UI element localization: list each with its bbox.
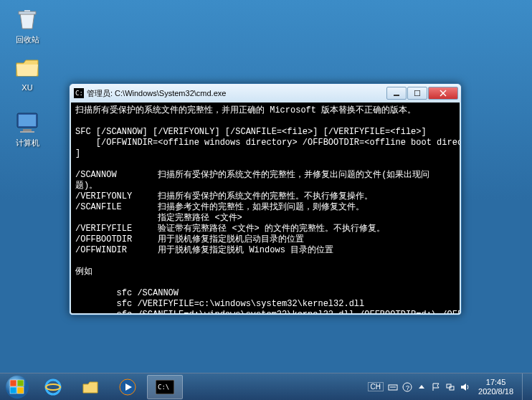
clock-date: 2020/8/18 — [478, 387, 513, 396]
svg-rect-12 — [17, 380, 24, 386]
svg-rect-13 — [10, 387, 16, 394]
svg-rect-6 — [394, 95, 399, 96]
desktop-icon-computer[interactable]: 计算机 — [6, 108, 49, 148]
cmd-window: C: 管理员: C:\Windows\System32\cmd.exe 扫描所有… — [69, 83, 462, 315]
clock-time: 17:45 — [478, 378, 513, 387]
maximize-icon — [414, 90, 420, 96]
folder-icon — [81, 378, 100, 396]
desktop-icon-recycle-bin[interactable]: 回收站 — [6, 4, 49, 45]
svg-rect-3 — [20, 131, 34, 133]
cmd-icon: C:\ — [156, 380, 174, 394]
desktop-icon-label: 计算机 — [6, 138, 49, 148]
svg-rect-2 — [23, 129, 32, 131]
window-title: 管理员: C:\Windows\System32\cmd.exe — [87, 88, 386, 99]
tray-chevron-icon[interactable] — [417, 382, 427, 392]
titlebar[interactable]: C: 管理员: C:\Windows\System32\cmd.exe — [70, 84, 461, 103]
minimize-icon — [394, 90, 399, 96]
speaker-icon[interactable] — [460, 382, 470, 392]
flag-icon[interactable] — [431, 382, 441, 392]
help-icon[interactable]: ? — [402, 382, 412, 392]
desktop-icon-label: XU — [6, 83, 49, 92]
console-output[interactable]: 扫描所有受保护的系统文件的完整性，并用正确的 Microsoft 版本替换不正确… — [70, 103, 461, 315]
taskbar: C:\ CH ? 17:45 2020/8/18 — [0, 373, 532, 400]
svg-point-16 — [46, 384, 60, 390]
svg-rect-7 — [414, 90, 420, 96]
svg-rect-11 — [10, 380, 16, 386]
network-icon[interactable] — [445, 382, 455, 392]
svg-text:C:\: C:\ — [158, 384, 169, 391]
desktop-icon-label: 回收站 — [6, 34, 49, 45]
svg-marker-29 — [461, 384, 466, 391]
start-orb-icon — [5, 375, 29, 399]
folder-icon — [13, 53, 42, 82]
svg-rect-1 — [19, 115, 36, 126]
svg-text:?: ? — [406, 384, 409, 391]
system-tray: CH ? 17:45 2020/8/18 — [365, 373, 532, 401]
svg-rect-14 — [17, 387, 24, 394]
desktop-icon-user-folder[interactable]: XU — [6, 53, 49, 92]
start-button[interactable] — [0, 373, 34, 401]
computer-icon — [13, 108, 42, 136]
taskbar-item-cmd[interactable]: C:\ — [147, 375, 183, 399]
svg-text:C:: C: — [75, 90, 83, 97]
taskbar-item-ie[interactable] — [35, 375, 71, 399]
show-desktop-button[interactable] — [522, 373, 529, 401]
maximize-button[interactable] — [407, 87, 427, 100]
svg-point-15 — [46, 380, 60, 394]
cmd-icon: C: — [74, 88, 84, 98]
taskbar-item-explorer[interactable] — [72, 375, 108, 399]
recycle-bin-icon — [13, 4, 42, 33]
ime-indicator[interactable]: CH — [368, 382, 384, 391]
close-button[interactable] — [428, 87, 458, 100]
taskbar-item-wmp[interactable] — [110, 375, 146, 399]
svg-marker-26 — [419, 385, 424, 389]
minimize-button[interactable] — [386, 87, 407, 100]
ie-icon — [44, 378, 62, 396]
media-player-icon — [118, 378, 137, 396]
close-icon — [440, 90, 447, 97]
keyboard-icon[interactable] — [388, 382, 398, 392]
clock[interactable]: 17:45 2020/8/18 — [474, 378, 518, 396]
